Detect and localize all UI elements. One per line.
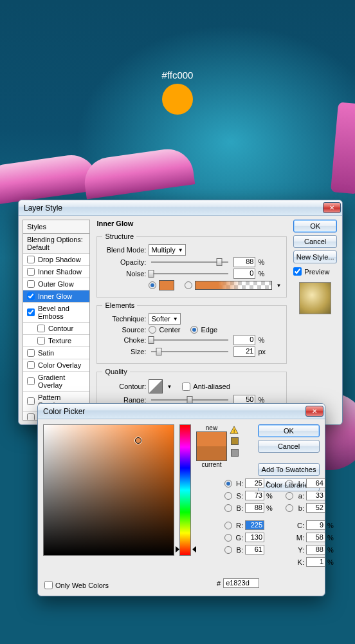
new-color: [197, 432, 226, 446]
cancel-button[interactable]: Cancel: [293, 235, 337, 248]
style-label: Bevel and Emboss: [38, 305, 86, 320]
blending-options-row[interactable]: Blending Options: Default: [23, 234, 89, 254]
style-checkbox[interactable]: [27, 268, 35, 276]
style-label: Outer Glow: [38, 280, 74, 288]
chevron-down-icon[interactable]: ▼: [276, 283, 281, 289]
s-input[interactable]: 73: [245, 491, 264, 500]
current-label: current: [201, 461, 221, 468]
hex-input[interactable]: e1823d: [223, 578, 259, 588]
glow-color-swatch[interactable]: [159, 280, 174, 290]
lab-b-input[interactable]: 52: [306, 503, 325, 513]
style-row-color-overlay[interactable]: Color Overlay: [23, 359, 89, 372]
layer-style-dialog: Layer Style ✕ Styles Blending Options: D…: [18, 200, 343, 425]
style-row-satin[interactable]: Satin: [23, 347, 89, 359]
style-row-drop-shadow[interactable]: Drop Shadow: [23, 254, 89, 266]
style-checkbox[interactable]: [27, 280, 35, 288]
gradient-radio[interactable]: [185, 281, 192, 289]
style-row-contour[interactable]: Contour: [23, 323, 89, 335]
style-checkbox[interactable]: [27, 256, 35, 263]
l-input[interactable]: 64: [306, 478, 325, 488]
gradient-preview[interactable]: [195, 281, 272, 290]
style-row-gradient-overlay[interactable]: Gradient Overlay: [23, 372, 89, 392]
b-radio[interactable]: [224, 504, 232, 512]
style-checkbox[interactable]: [27, 377, 35, 385]
r-input[interactable]: 225: [245, 520, 264, 530]
close-button[interactable]: ✕: [305, 406, 323, 417]
y-input[interactable]: 88: [306, 545, 325, 554]
style-checkbox[interactable]: [27, 308, 35, 316]
g-radio[interactable]: [224, 534, 232, 542]
chevron-down-icon[interactable]: ▼: [167, 384, 172, 390]
titlebar[interactable]: Layer Style ✕: [19, 200, 342, 216]
style-row-bevel-and-emboss[interactable]: Bevel and Emboss: [23, 303, 89, 323]
only-web-colors-checkbox[interactable]: [44, 581, 53, 589]
elements-group: Elements Technique: Softer ▼ Source: Cen…: [96, 301, 287, 364]
style-row-outer-glow[interactable]: Outer Glow: [23, 278, 89, 290]
bg-shape: [82, 146, 196, 199]
h-input[interactable]: 25: [245, 478, 264, 488]
size-slider[interactable]: [151, 351, 228, 352]
opacity-input[interactable]: 88: [233, 257, 255, 267]
s-radio[interactable]: [224, 492, 232, 500]
new-style-button[interactable]: New Style...: [293, 251, 337, 263]
hue-slider[interactable]: [179, 424, 191, 556]
close-button[interactable]: ✕: [323, 202, 341, 213]
m-input[interactable]: 58: [306, 533, 325, 542]
noise-input[interactable]: 0: [233, 269, 255, 279]
add-to-swatches-button[interactable]: Add To Swatches: [258, 463, 320, 476]
style-row-inner-glow[interactable]: Inner Glow: [23, 290, 89, 303]
style-checkbox[interactable]: [27, 361, 35, 369]
style-checkbox[interactable]: [27, 397, 35, 405]
current-color: [197, 446, 226, 460]
style-label: Gradient Overlay: [38, 374, 86, 389]
ok-button[interactable]: OK: [293, 220, 337, 232]
style-label: Drop Shadow: [38, 256, 81, 263]
contour-swatch[interactable]: [149, 379, 163, 393]
style-checkbox[interactable]: [37, 325, 45, 332]
styles-list: Blending Options: Default Drop ShadowInn…: [23, 233, 90, 421]
k-input[interactable]: 1: [306, 557, 325, 567]
new-current-swatch[interactable]: [196, 431, 227, 461]
noise-slider[interactable]: [151, 273, 228, 274]
size-input[interactable]: 21: [233, 346, 255, 357]
style-row-texture[interactable]: Texture: [23, 335, 89, 347]
style-checkbox[interactable]: [27, 413, 35, 421]
choke-input[interactable]: 0: [233, 335, 255, 345]
lab-b-radio[interactable]: [286, 504, 293, 512]
c-input[interactable]: 9: [306, 520, 325, 530]
b2-radio[interactable]: [224, 546, 232, 554]
blend-mode-combo[interactable]: Multiply ▼: [149, 244, 185, 256]
g-input[interactable]: 130: [245, 533, 264, 542]
choke-slider[interactable]: [151, 339, 228, 341]
style-checkbox[interactable]: [37, 337, 45, 345]
color-radio[interactable]: [149, 281, 156, 289]
style-row-inner-shadow[interactable]: Inner Shadow: [23, 266, 89, 278]
b2-input[interactable]: 61: [245, 545, 264, 554]
h-radio[interactable]: [224, 480, 232, 488]
warning-icon[interactable]: !: [230, 426, 239, 435]
ok-button[interactable]: OK: [258, 424, 320, 437]
style-checkbox[interactable]: [27, 292, 35, 300]
styles-header[interactable]: Styles: [23, 220, 90, 233]
gamut-swatch[interactable]: [231, 437, 239, 445]
source-edge-radio[interactable]: [190, 326, 198, 334]
range-slider[interactable]: [151, 399, 228, 401]
technique-combo[interactable]: Softer ▼: [149, 313, 180, 325]
r-radio[interactable]: [224, 522, 232, 529]
only-web-colors-label: Only Web Colors: [55, 582, 109, 589]
titlebar[interactable]: Color Picker ✕: [38, 404, 325, 419]
l-radio[interactable]: [286, 480, 293, 488]
chevron-down-icon: ▼: [178, 247, 183, 253]
b-input[interactable]: 88: [245, 503, 264, 513]
a-input[interactable]: 33: [306, 491, 325, 500]
a-radio[interactable]: [286, 492, 293, 500]
antialiased-checkbox[interactable]: [182, 383, 190, 391]
saturation-value-box[interactable]: [43, 424, 174, 556]
source-center-radio[interactable]: [149, 326, 156, 334]
style-checkbox[interactable]: [27, 349, 35, 357]
websafe-icon[interactable]: [231, 449, 239, 457]
opacity-slider[interactable]: [151, 261, 228, 263]
cancel-button[interactable]: Cancel: [258, 440, 320, 453]
color-circle: [162, 84, 193, 115]
preview-checkbox[interactable]: [293, 267, 302, 276]
